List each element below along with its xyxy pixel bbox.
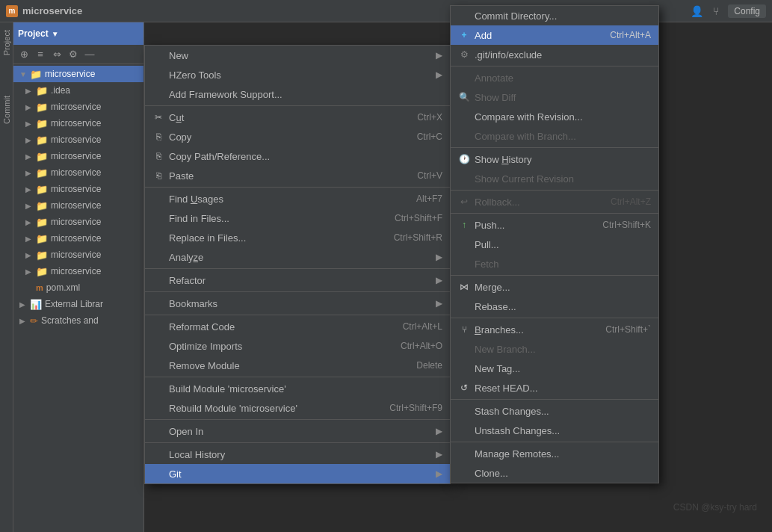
folder-icon: 📁 [36,85,48,96]
show-diff-icon: 🔍 [458,92,470,102]
menu-item-label: Pull... [475,239,499,250]
menu-item-label: Fetch [475,259,499,270]
menu-item-label: Copy [169,132,191,143]
folder-icon: 📁 [36,217,48,228]
shortcut-label: Ctrl+Shift+F [395,213,442,223]
git-menu-item-gitinfo[interactable]: ⚙ .git/info/exclude [451,45,658,64]
menu-item-cut[interactable]: ✂ Cut Ctrl+X [145,108,450,127]
shortcut-label: Ctrl+Alt+A [610,30,651,40]
tree-item-ms3[interactable]: ▶ 📁 microservice [13,132,143,148]
tree-item-root[interactable]: ▼ 📁 microservice [13,66,143,82]
vcs-icon[interactable]: ⑂ [708,4,723,19]
shortcut-label: Alt+F7 [416,194,442,204]
git-menu-item-clone[interactable]: Clone... [451,463,658,483]
menu-item-label: Rebuild Module 'microservice' [169,403,297,414]
tree-item-label: microservice [51,167,101,178]
toolbar-hide-icon[interactable]: — [82,47,97,62]
tree-item-ms10[interactable]: ▶ 📁 microservice [13,247,143,263]
rollback-icon: ↩ [458,197,470,207]
git-menu-item-branches[interactable]: ⑂ Branches... Ctrl+Shift+` [451,320,658,339]
tree-item-ms11[interactable]: ▶ 📁 microservice [13,263,143,279]
tree-item-label: microservice [45,69,95,79]
git-menu-item-commit-dir[interactable]: Commit Directory... [451,6,658,25]
menu-item-bookmarks[interactable]: Bookmarks ▶ [145,294,450,313]
menu-item-local-history[interactable]: Local History ▶ [145,445,450,464]
pom-icon: m [36,283,43,292]
git-menu-item-reset-head[interactable]: ↺ Reset HEAD... [451,378,658,398]
git-menu-item-new-tag[interactable]: New Tag... [451,359,658,378]
menu-item-add-framework[interactable]: Add Framework Support... [145,84,450,104]
menu-item-label: .git/info/exclude [475,49,542,61]
git-menu-item-show-history[interactable]: 🕐 Show History [451,149,658,169]
menu-item-copy[interactable]: ⎘ Copy Ctrl+C [145,127,450,146]
menu-item-paste[interactable]: ⎗ Paste Ctrl+V [145,166,450,185]
tree-item-external-libs[interactable]: ▶ 📊 External Librar [13,296,143,312]
toolbar-expand-icon[interactable]: ⇔ [49,47,64,62]
menu-item-label: Unstash Changes... [475,425,560,436]
menu-item-label: Clone... [475,468,508,479]
tree-item-ms5[interactable]: ▶ 📁 microservice [13,164,143,181]
config-button[interactable]: Config [728,4,766,18]
tree-item-ms1[interactable]: ▶ 📁 microservice [13,99,143,115]
shortcut-label: Ctrl+V [417,170,442,181]
menu-item-open-in[interactable]: Open In ▶ [145,421,450,441]
tree-item-label: pom.xml [46,282,80,293]
menu-item-label: Build Module 'microservice' [169,383,286,395]
menu-item-label: Git [169,468,182,480]
tree-item-scratches[interactable]: ▶ ✏ Scratches and [13,312,143,329]
separator [145,187,450,188]
tree-item-ms4[interactable]: ▶ 📁 microservice [13,148,143,164]
menu-item-git[interactable]: Git ▶ [145,464,450,483]
sidebar-tab-commit[interactable]: Commit [1,91,13,129]
menu-item-find-usages[interactable]: Find Usages Alt+F7 [145,189,450,208]
tree-item-ms8[interactable]: ▶ 📁 microservice [13,214,143,230]
menu-item-rebuild-module[interactable]: Rebuild Module 'microservice' Ctrl+Shift… [145,398,450,418]
menu-item-label: Replace in Files... [169,232,246,244]
tree-item-ms9[interactable]: ▶ 📁 microservice [13,230,143,247]
menu-item-analyze[interactable]: Analyze ▶ [145,247,450,267]
copy-icon: ⎘ [152,132,164,142]
menu-item-remove-module[interactable]: Remove Module Delete [145,356,450,375]
menu-item-replace-files[interactable]: Replace in Files... Ctrl+Shift+R [145,228,450,247]
menu-item-label: Copy Path/Reference... [169,151,270,162]
sidebar-tab-project[interactable]: Project [1,25,13,60]
git-menu-item-pull[interactable]: Pull... [451,235,658,254]
cut-icon: ✂ [152,112,164,123]
tree-item-idea[interactable]: ▶ 📁 .idea [13,82,143,99]
git-submenu: Commit Directory... + Add Ctrl+Alt+A ⚙ .… [450,5,659,483]
tree-item-ms2[interactable]: ▶ 📁 microservice [13,115,143,132]
app-icon: m [6,5,18,17]
push-icon: ↑ [458,220,470,230]
git-menu-item-rebase[interactable]: Rebase... [451,297,658,316]
git-menu-item-unstash[interactable]: Unstash Changes... [451,421,658,440]
menu-item-copy-path[interactable]: ⎘ Copy Path/Reference... [145,146,450,166]
user-icon[interactable]: 👤 [689,4,704,19]
toolbar-collapse-icon[interactable]: ≡ [33,47,48,62]
separator [451,213,658,214]
project-header-title: Project [18,28,49,39]
menu-item-hzero-tools[interactable]: HZero Tools ▶ [145,65,450,84]
git-menu-item-manage-remotes[interactable]: Manage Remotes... [451,444,658,463]
git-menu-item-merge[interactable]: ⋈ Merge... [451,277,658,297]
git-menu-item-stash[interactable]: Stash Changes... [451,401,658,421]
git-menu-item-compare-revision[interactable]: Compare with Revision... [451,107,658,126]
git-menu-item-push[interactable]: ↑ Push... Ctrl+Shift+K [451,215,658,235]
submenu-arrow: ▶ [436,252,442,262]
menu-item-label: Cut [169,112,184,123]
tree-item-ms7[interactable]: ▶ 📁 microservice [13,197,143,214]
menu-item-optimize-imports[interactable]: Optimize Imports Ctrl+Alt+O [145,336,450,356]
git-menu-item-add[interactable]: + Add Ctrl+Alt+A [451,25,658,45]
tree-item-pom[interactable]: ▶ m pom.xml [13,279,143,296]
toolbar-locate-icon[interactable]: ⊕ [16,47,31,62]
copy-path-icon: ⎘ [152,151,164,161]
menu-item-find-files[interactable]: Find in Files... Ctrl+Shift+F [145,208,450,228]
shortcut-label: Ctrl+Shift+F9 [389,403,442,413]
tree-item-label: microservice [51,250,101,260]
git-menu-item-rollback: ↩ Rollback... Ctrl+Alt+Z [451,192,658,211]
tree-item-ms6[interactable]: ▶ 📁 microservice [13,181,143,197]
menu-item-refactor[interactable]: Refactor ▶ [145,270,450,290]
toolbar-settings-icon[interactable]: ⚙ [66,47,81,62]
menu-item-new[interactable]: New ▶ [145,46,450,65]
menu-item-reformat-code[interactable]: Reformat Code Ctrl+Alt+L [145,317,450,336]
menu-item-build-module[interactable]: Build Module 'microservice' [145,379,450,398]
